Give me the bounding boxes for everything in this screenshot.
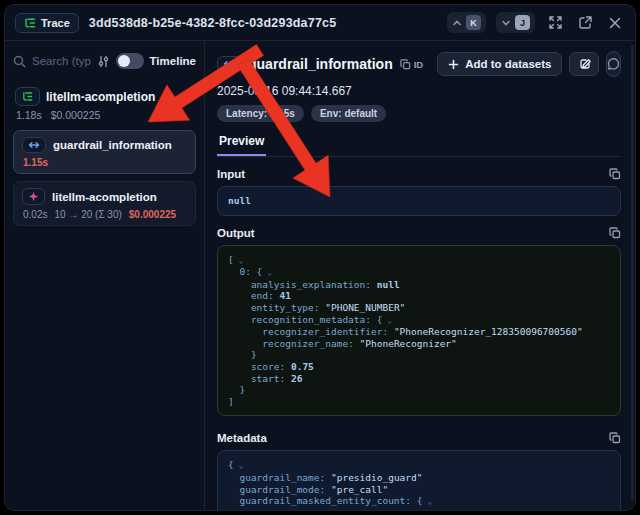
id-label: ID <box>414 59 424 70</box>
main-scrollbar[interactable] <box>631 45 634 500</box>
trace-type-badge: Trace <box>15 13 79 33</box>
expand-icon <box>549 16 562 29</box>
chevron-up-icon <box>452 18 462 28</box>
close-button[interactable] <box>605 13 625 33</box>
root-latency: 1.18s <box>16 109 42 121</box>
prev-span-shortcut[interactable]: K <box>447 12 486 33</box>
trace-tree-sidebar: Timeline litellm-acompletion <box>5 41 205 510</box>
span-timestamp: 2025-05-16 09:44:14.667 <box>217 84 621 98</box>
search-icon <box>13 55 26 68</box>
add-to-datasets-label: Add to datasets <box>465 58 551 70</box>
top-bar: Trace 3dd538d8-b25e-4382-8fcc-03d293da77… <box>5 5 635 41</box>
tree-root-row[interactable]: litellm-acompletion <box>13 87 196 106</box>
generation-badge <box>22 188 45 205</box>
item-tokens: 10 → 20 (Σ 30) <box>54 209 121 220</box>
trace-detail-window: Trace 3dd538d8-b25e-4382-8fcc-03d293da77… <box>4 4 636 511</box>
copy-id-chip[interactable]: ID <box>400 59 424 70</box>
external-link-icon <box>579 16 592 29</box>
tree-item-label: guardrail_information <box>53 139 172 151</box>
output-section: Output [ ⌄ 0: { ⌄ analysis_explanation: … <box>217 227 621 417</box>
input-code-block[interactable]: null <box>217 186 621 216</box>
timeline-label: Timeline <box>150 55 196 67</box>
badge-row: Latency: 1.15s Env: default <box>217 105 621 122</box>
annotate-label: Annotate <box>598 58 599 70</box>
span-title: guardrail_information <box>248 56 393 72</box>
sliders-icon[interactable] <box>97 55 110 68</box>
metadata-section: Metadata { ⌄ guardrail_name: "presidio_g… <box>217 432 621 510</box>
next-span-shortcut[interactable]: J <box>496 12 535 33</box>
root-cost: $0.000225 <box>51 109 101 121</box>
latency-badge: Latency: 1.15s <box>217 105 304 122</box>
copy-metadata-button[interactable] <box>609 432 621 444</box>
expand-view-button[interactable] <box>545 13 565 33</box>
tree-item-litellm-acompletion[interactable]: litellm-acompletion 0.02s 10 → 20 (Σ 30)… <box>13 181 196 226</box>
sparkle-icon <box>28 191 39 202</box>
input-section-label: Input <box>217 168 609 180</box>
pencil-square-icon <box>580 58 592 70</box>
copy-input-button[interactable] <box>609 168 621 180</box>
chevron-down-icon <box>501 18 511 28</box>
tree-item-label: litellm-acompletion <box>52 191 157 203</box>
detail-tabs: Preview <box>217 131 621 157</box>
annotate-button[interactable]: Annotate <box>570 53 599 75</box>
comment-bubble-icon <box>607 58 620 71</box>
search-row: Timeline <box>13 49 196 73</box>
env-badge: Env: default <box>311 105 386 122</box>
tree-root-stats: 1.18s $0.000225 <box>16 109 194 121</box>
tree-item-guardrail-information[interactable]: guardrail_information 1.15s <box>13 130 196 174</box>
content-area: Timeline litellm-acompletion <box>5 41 635 510</box>
keycap-k: K <box>466 15 481 30</box>
item-cost: $0.000225 <box>129 209 176 220</box>
input-section: Input null <box>217 168 621 216</box>
item-latency: 0.02s <box>23 209 47 220</box>
metadata-code-block[interactable]: { ⌄ guardrail_name: "presidio_guard" gua… <box>217 450 621 510</box>
collapse-chevron-icon[interactable] <box>166 91 177 102</box>
list-tree-icon <box>24 17 36 29</box>
trace-id: 3dd538d8-b25e-4382-8fcc-03d293da77c5 <box>89 16 337 30</box>
trace-root-badge <box>15 87 40 106</box>
trace-badge-label: Trace <box>41 17 70 29</box>
plus-icon <box>448 59 459 70</box>
span-badge <box>217 56 241 72</box>
span-detail-panel: guardrail_information ID Add to datasets <box>205 41 635 510</box>
collapse-all-icon[interactable] <box>183 91 194 102</box>
arrows-horizontal-icon <box>223 59 235 69</box>
toggle-knob <box>118 55 130 67</box>
item-latency: 1.15s <box>23 157 48 168</box>
metadata-section-label: Metadata <box>217 432 609 444</box>
open-in-new-button[interactable] <box>575 13 595 33</box>
span-header: guardrail_information ID Add to datasets <box>217 51 621 77</box>
annotate-split-button: Annotate <box>569 52 599 76</box>
list-tree-icon <box>22 91 33 102</box>
copy-icon <box>400 59 411 70</box>
comments-button[interactable] <box>606 51 621 77</box>
tree-root-label: litellm-acompletion <box>46 90 160 104</box>
keycap-j: J <box>515 15 530 30</box>
span-badge <box>22 137 46 153</box>
output-section-label: Output <box>217 227 609 239</box>
timeline-toggle[interactable] <box>116 53 144 69</box>
add-to-datasets-button[interactable]: Add to datasets <box>437 52 562 76</box>
output-code-block[interactable]: [ ⌄ 0: { ⌄ analysis_explanation: null en… <box>217 245 621 417</box>
tab-preview[interactable]: Preview <box>217 131 266 156</box>
close-icon <box>609 17 621 29</box>
search-input[interactable] <box>32 55 91 67</box>
copy-output-button[interactable] <box>609 227 621 239</box>
arrows-horizontal-icon <box>28 140 40 150</box>
